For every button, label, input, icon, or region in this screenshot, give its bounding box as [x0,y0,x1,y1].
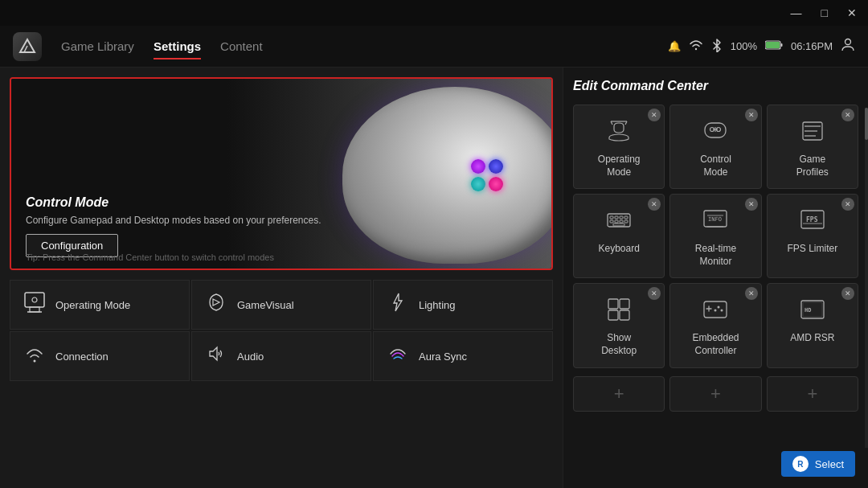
cmd-icon-control-mode [699,115,731,147]
svg-point-49 [714,310,717,312]
left-panel: Control Mode Configure Gamepad and Deskt… [0,68,563,488]
cmd-fps-limiter[interactable]: ✕ FPS FPS Limiter [767,194,858,278]
svg-rect-30 [624,220,628,223]
svg-rect-23 [610,216,613,219]
svg-rect-26 [624,216,628,219]
cmd-control-mode[interactable]: ✕ ControlMode [669,105,761,189]
quick-label-connection: Connection [55,351,108,363]
cmd-label-control-mode: ControlMode [700,154,731,178]
titlebar-right: — □ ✕ [786,6,862,19]
connection-icon [23,343,46,369]
minimize-button[interactable]: — [786,6,807,19]
add-button-3[interactable]: + [767,376,858,412]
nav-settings[interactable]: Settings [154,36,201,56]
user-icon [841,38,855,55]
select-icon: R [792,456,809,472]
select-button[interactable]: R Select [781,451,855,477]
cmd-close-fps-limiter[interactable]: ✕ [841,198,854,211]
quick-label-aura-sync: Aura Sync [419,351,467,363]
cmd-icon-keyboard [603,204,635,236]
quick-item-connection[interactable]: Connection [10,331,190,381]
svg-point-9 [32,297,37,302]
quick-label-audio: Audio [237,351,264,363]
cmd-amd-rsr[interactable]: ✕ HD AMD RSR [767,283,858,367]
svg-point-10 [34,360,36,363]
cmd-close-keyboard[interactable]: ✕ [648,198,661,211]
scrollbar[interactable] [865,108,868,448]
app-logo [13,32,42,61]
cmd-icon-amd-rsr: HD [796,293,829,326]
titlebar: — □ ✕ [0,0,868,26]
svg-rect-42 [620,310,629,320]
svg-line-1 [24,46,27,52]
quick-item-lighting[interactable]: Lighting [373,280,553,330]
nav-game-library[interactable]: Game Library [61,36,134,56]
quick-item-aura-sync[interactable]: Aura Sync [373,331,553,381]
cmd-label-keyboard: Keyboard [598,243,639,256]
hero-description: Configure Gamepad and Desktop modes base… [26,215,537,226]
battery-icon [765,40,783,52]
cmd-close-embedded-controller[interactable]: ✕ [745,287,758,300]
cmd-close-realtime-monitor[interactable]: ✕ [745,198,758,211]
svg-text:FPS: FPS [806,216,818,223]
aura-sync-icon [387,343,409,369]
cmd-operating-mode[interactable]: ✕ OperatingMode [573,105,665,189]
cmd-embedded-controller[interactable]: ✕ EmbeddedController [669,283,761,367]
gamevisual-icon [205,292,227,318]
cmd-close-show-desktop[interactable]: ✕ [648,287,661,300]
cmd-label-show-desktop: ShowDesktop [601,332,637,357]
quick-label-operating-mode: Operating Mode [55,299,130,311]
battery-percent: 100% [731,40,757,52]
svg-rect-39 [608,299,618,309]
hero-title: Control Mode [26,195,537,210]
svg-rect-31 [613,223,624,226]
ctrl-btn-1 [471,159,485,174]
svg-rect-40 [620,299,629,309]
svg-rect-41 [608,310,618,320]
cmd-realtime-monitor[interactable]: ✕ INFO Real-timeMonitor [669,194,761,278]
cmd-icon-fps-limiter: FPS [796,204,829,236]
quick-item-gamevisual[interactable]: GameVisual [191,280,371,330]
close-button[interactable]: ✕ [842,6,862,19]
svg-rect-24 [615,216,618,219]
svg-rect-28 [615,220,618,223]
quick-item-operating-mode[interactable]: Operating Mode [10,280,190,330]
wifi-icon [689,39,703,53]
cmd-label-amd-rsr: AMD RSR [790,332,834,345]
svg-text:HD: HD [805,307,811,314]
quick-grid: Operating Mode GameVisual Lighting [10,280,553,381]
ctrl-btn-2 [489,159,503,174]
bluetooth-icon [711,38,723,55]
add-button-2[interactable]: + [669,376,761,412]
svg-rect-4 [766,42,780,48]
quick-label-lighting: Lighting [419,299,456,311]
cmd-icon-game-profiles [796,115,829,147]
cmd-icon-embedded-controller [699,293,731,326]
add-button-1[interactable]: + [573,376,665,412]
cmd-label-operating-mode: OperatingMode [598,154,641,178]
cmd-show-desktop[interactable]: ✕ ShowDesktop [573,283,665,367]
svg-line-11 [611,121,612,125]
system-tray: 🔔 100% 06:16PM [668,38,855,55]
cmd-game-profiles[interactable]: ✕ GameProfiles [767,105,858,189]
right-panel: Edit Command Center ✕ OperatingMode ✕ Co… [563,68,868,488]
svg-point-6 [845,39,851,45]
cmd-close-amd-rsr[interactable]: ✕ [841,287,854,300]
scrollbar-thumb [865,108,868,140]
navbar: Game Library Settings Content 🔔 100% 06:… [0,26,868,68]
cmd-icon-realtime-monitor: INFO [699,204,731,236]
audio-icon [205,343,227,369]
svg-text:INFO: INFO [708,216,722,223]
svg-point-2 [695,48,697,50]
cmd-keyboard[interactable]: ✕ Keyboard [573,194,665,278]
svg-line-12 [625,121,627,125]
cmd-close-game-profiles[interactable]: ✕ [841,109,854,121]
command-grid: ✕ OperatingMode ✕ ControlMode ✕ [573,105,858,368]
cmd-close-control-mode[interactable]: ✕ [745,109,758,121]
cmd-label-game-profiles: GameProfiles [796,154,829,178]
cmd-label-realtime-monitor: Real-timeMonitor [695,243,736,268]
cmd-close-operating-mode[interactable]: ✕ [648,109,661,121]
nav-content[interactable]: Content [220,36,263,56]
maximize-button[interactable]: □ [817,6,833,19]
quick-item-audio[interactable]: Audio [191,331,371,381]
